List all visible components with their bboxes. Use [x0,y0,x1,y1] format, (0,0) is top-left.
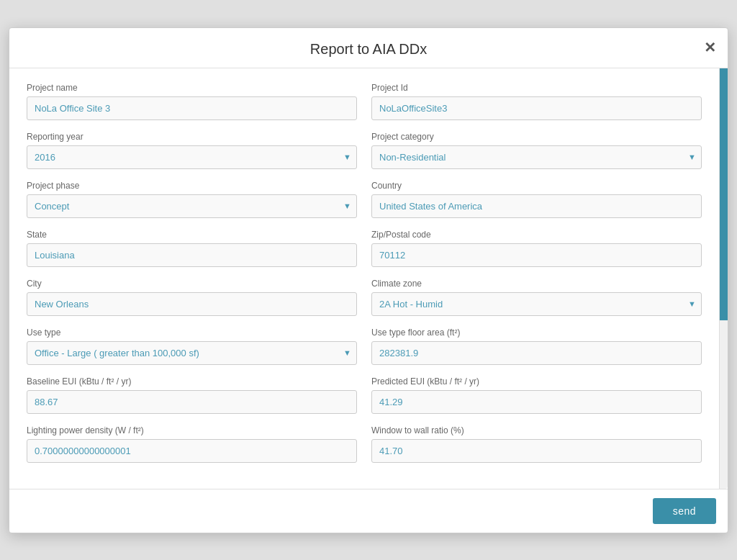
lighting-density-col: Lighting power density (W / ft²) [27,425,357,463]
form-row-3: Project phase Concept ▼ Country [27,181,702,218]
lighting-density-label: Lighting power density (W / ft²) [27,425,357,435]
modal-footer: send [9,489,728,533]
window-wall-label: Window to wall ratio (%) [371,425,702,435]
modal-body: Project name Project Id Reporting year 2… [9,68,728,489]
project-category-select[interactable]: Non-Residential [371,145,702,169]
climate-zone-col: Climate zone 2A Hot - Humid ▼ [371,279,702,316]
form-row-8: Lighting power density (W / ft²) Window … [27,425,702,463]
project-category-select-wrapper: Non-Residential ▼ [371,145,702,169]
project-category-col: Project category Non-Residential ▼ [371,132,702,169]
zip-label: Zip/Postal code [371,230,702,240]
predicted-eui-label: Predicted EUI (kBtu / ft² / yr) [371,376,702,387]
use-type-col: Use type Office - Large ( greater than 1… [27,328,357,365]
state-input[interactable] [27,243,357,267]
modal-header: Report to AIA DDx ✕ [9,28,728,68]
baseline-eui-col: Baseline EUI (kBtu / ft² / yr) [27,376,357,414]
baseline-eui-label: Baseline EUI (kBtu / ft² / yr) [27,376,357,387]
form-row-2: Reporting year 2016 ▼ Project category N… [27,132,702,169]
country-col: Country [371,181,702,218]
zip-col: Zip/Postal code [371,230,702,267]
form-row-5: City Climate zone 2A Hot - Humid ▼ [27,279,702,316]
state-col: State [27,230,357,267]
project-phase-label: Project phase [27,181,357,191]
zip-input[interactable] [371,243,702,267]
reporting-year-col: Reporting year 2016 ▼ [27,132,357,169]
project-id-col: Project Id [371,83,702,120]
form-row-1: Project name Project Id [27,83,702,120]
window-wall-col: Window to wall ratio (%) [371,425,702,463]
project-name-label: Project name [27,83,357,93]
city-label: City [27,279,357,289]
modal-title: Report to AIA DDx [310,41,427,58]
use-type-select-wrapper: Office - Large ( greater than 100,000 sf… [27,341,357,365]
project-id-input[interactable] [371,96,702,120]
scrollbar[interactable] [719,68,728,489]
project-category-label: Project category [371,132,702,142]
form-row-7: Baseline EUI (kBtu / ft² / yr) Predicted… [27,376,702,414]
project-phase-col: Project phase Concept ▼ [27,181,357,218]
predicted-eui-input[interactable] [371,390,702,414]
country-input[interactable] [371,194,702,218]
reporting-year-label: Reporting year [27,132,357,142]
use-type-label: Use type [27,328,357,338]
state-label: State [27,230,357,240]
send-button[interactable]: send [653,498,716,524]
use-type-floor-area-label: Use type floor area (ft²) [371,328,702,338]
city-col: City [27,279,357,316]
use-type-select[interactable]: Office - Large ( greater than 100,000 sf… [27,341,357,365]
use-type-floor-area-col: Use type floor area (ft²) [371,328,702,365]
lighting-density-input[interactable] [27,439,357,463]
climate-zone-label: Climate zone [371,279,702,289]
reporting-year-select[interactable]: 2016 [27,145,357,169]
project-id-label: Project Id [371,83,702,93]
climate-zone-select-wrapper: 2A Hot - Humid ▼ [371,292,702,316]
modal-form-content: Project name Project Id Reporting year 2… [9,68,719,489]
city-input[interactable] [27,292,357,316]
project-name-col: Project name [27,83,357,120]
close-button[interactable]: ✕ [704,40,716,55]
scrollbar-thumb[interactable] [720,68,728,320]
project-phase-select[interactable]: Concept [27,194,357,218]
reporting-year-select-wrapper: 2016 ▼ [27,145,357,169]
modal-dialog: Report to AIA DDx ✕ Project name Project… [9,27,728,533]
window-wall-input[interactable] [371,439,702,463]
baseline-eui-input[interactable] [27,390,357,414]
country-label: Country [371,181,702,191]
project-phase-select-wrapper: Concept ▼ [27,194,357,218]
form-row-4: State Zip/Postal code [27,230,702,267]
project-name-input[interactable] [27,96,357,120]
climate-zone-select[interactable]: 2A Hot - Humid [371,292,702,316]
use-type-floor-area-input[interactable] [371,341,702,365]
predicted-eui-col: Predicted EUI (kBtu / ft² / yr) [371,376,702,414]
form-row-6: Use type Office - Large ( greater than 1… [27,328,702,365]
